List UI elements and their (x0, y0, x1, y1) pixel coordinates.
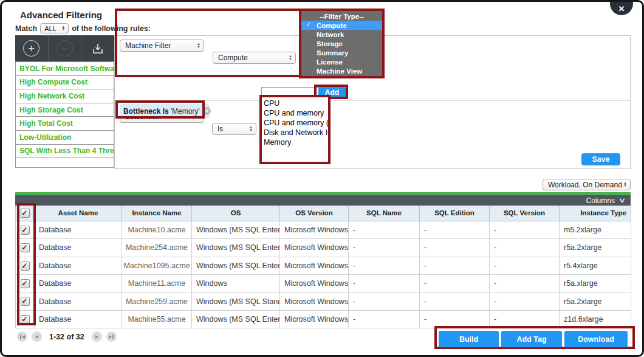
minus-circle-icon: − (57, 40, 73, 57)
advanced-filtering-window: ✕ Advanced Filtering Match ALL of the fo… (0, 0, 644, 357)
pagination-next-button[interactable] (92, 331, 102, 342)
row-checkbox[interactable] (21, 243, 30, 252)
download-icon (91, 42, 104, 55)
filter-category-select[interactable]: Compute (213, 52, 296, 64)
add-filter-button[interactable]: + (15, 35, 49, 61)
machine-filter-select[interactable]: Machine Filter (120, 40, 204, 52)
table-row: Database Machine254.acme Windows (MS SQL… (15, 239, 631, 257)
add-tag-button[interactable]: Add Tag (501, 331, 562, 347)
column-header[interactable]: Asset Name (35, 206, 122, 221)
table-row: Database Machine55.acme Windows (MS SQL … (15, 311, 631, 328)
match-suffix-label: of the following rules: (72, 24, 151, 33)
build-button[interactable]: Build (439, 331, 499, 347)
instance-name-cell: Machine55.acme (122, 311, 192, 328)
close-icon[interactable]: ✕ (610, 0, 633, 15)
tag-close-icon[interactable] (203, 107, 211, 115)
match-select[interactable]: ALL (40, 23, 69, 33)
instance-name-cell: Machine259.acme (122, 293, 192, 311)
column-header[interactable]: Instance Name (122, 206, 192, 221)
pagination-last-button[interactable] (106, 331, 117, 342)
workload-select-value: Workload, On Demand (548, 181, 622, 189)
stepper-icon (197, 43, 200, 48)
sql-name-cell: - (349, 257, 420, 275)
instance-name-cell: Machine11.acme (122, 275, 192, 293)
column-header[interactable]: OS (192, 206, 280, 221)
workload-select[interactable]: Workload, On Demand (543, 179, 631, 190)
match-label: Match (15, 24, 37, 33)
table-row: Database Machine10.acme Windows (MS SQL … (15, 221, 631, 239)
columns-bar[interactable]: Columns (15, 195, 631, 206)
machine-filter-select-value: Machine Filter (125, 41, 171, 50)
download-filter-button[interactable] (81, 35, 114, 61)
row-checkbox-cell[interactable] (16, 275, 35, 293)
menu-item-license[interactable]: License (301, 57, 382, 66)
os-version-cell: Microsoft Windows Se (280, 275, 349, 293)
select-all-checkbox[interactable] (21, 209, 30, 218)
row-checkbox[interactable] (21, 279, 30, 288)
menu-item-compute[interactable]: Compute (301, 21, 382, 30)
stepper-icon (249, 126, 253, 131)
suggestion-item[interactable]: CPU (262, 99, 328, 108)
filter-toolbar: + − (15, 35, 114, 61)
saved-filter-item[interactable]: High Storage Cost (15, 103, 114, 117)
row-checkbox-cell[interactable] (16, 311, 35, 328)
suggestion-item[interactable]: CPU and memory (262, 108, 328, 118)
row-checkbox-cell[interactable] (16, 221, 35, 239)
rule-operator-select[interactable]: Is (212, 123, 256, 135)
menu-item-storage[interactable]: Storage (301, 39, 382, 48)
column-header[interactable]: SQL Name (349, 206, 420, 221)
save-filter-button[interactable]: Save (581, 153, 620, 165)
suggestion-item[interactable]: Disk and Network IO (262, 128, 328, 137)
row-checkbox-cell[interactable] (16, 293, 35, 311)
menu-item-label: Storage (317, 40, 343, 47)
saved-filter-item[interactable]: High Compute Cost (15, 75, 114, 90)
download-button[interactable]: Download (564, 331, 628, 347)
remove-filter-button[interactable]: − (49, 35, 82, 61)
menu-item-network[interactable]: Network (301, 30, 382, 39)
os-cell: Windows (MS SQL Enterpris (192, 221, 280, 239)
saved-filter-item[interactable]: High Total Cost (15, 116, 114, 131)
menu-item-label: License (317, 58, 343, 66)
chevron-down-icon (618, 196, 626, 204)
saved-filter-item[interactable]: BYOL For Microsoft Software (15, 61, 114, 76)
suggestion-item[interactable]: CPU and memory (har (262, 118, 328, 128)
os-version-cell: Microsoft Windows Se (280, 239, 349, 257)
select-all-cell[interactable] (16, 206, 35, 221)
sql-version-cell: - (490, 275, 560, 293)
asset-name-cell: Database (35, 221, 122, 239)
stepper-icon (623, 182, 627, 187)
column-header[interactable]: SQL Version (490, 206, 560, 221)
instance-type-cell: r5a.2xlarge (560, 239, 631, 257)
column-header[interactable]: OS Version (280, 206, 349, 221)
menu-item-machine-view[interactable]: Machine View (301, 66, 382, 75)
asset-name-cell: Database (35, 275, 122, 293)
row-checkbox[interactable] (21, 297, 30, 306)
stepper-icon (289, 55, 292, 60)
instance-name-cell: Machine254.acme (122, 239, 192, 257)
pagination-first-button[interactable] (17, 331, 27, 342)
pagination-prev-button[interactable] (32, 331, 42, 342)
table-row: Database Machine1095.acme Windows (MS SQ… (15, 257, 631, 275)
column-header[interactable]: SQL Edition (420, 206, 490, 221)
saved-filter-item[interactable]: Low-Utilization (15, 130, 114, 145)
instance-name-cell: Machine10.acme (122, 221, 192, 239)
instance-type-cell: r5.4xlarge (560, 257, 631, 275)
sql-name-cell: - (349, 311, 420, 328)
row-checkbox[interactable] (21, 315, 30, 324)
saved-filter-item[interactable]: SQL With Less Than 4 Threa... (15, 144, 114, 159)
instance-type-cell: z1d.6xlarge (560, 311, 631, 328)
row-checkbox-cell[interactable] (16, 257, 35, 275)
column-header[interactable]: Instance Type (560, 206, 631, 221)
pagination: 1-32 of 32 (17, 331, 117, 342)
pagination-label: 1-32 of 32 (49, 333, 84, 341)
instance-name-cell: Machine1095.acme (122, 257, 192, 275)
row-checkbox[interactable] (21, 262, 30, 271)
suggestion-item[interactable]: Memory (262, 137, 328, 147)
saved-filter-item[interactable]: High Network Cost (15, 89, 114, 103)
menu-item-label: Compute (317, 22, 347, 29)
results-table: Columns Asset Name Instance Name OS OS V… (15, 192, 631, 328)
row-checkbox[interactable] (21, 226, 30, 235)
sql-name-cell: - (349, 239, 420, 257)
row-checkbox-cell[interactable] (16, 239, 35, 257)
menu-item-summary[interactable]: Summary (301, 48, 382, 57)
